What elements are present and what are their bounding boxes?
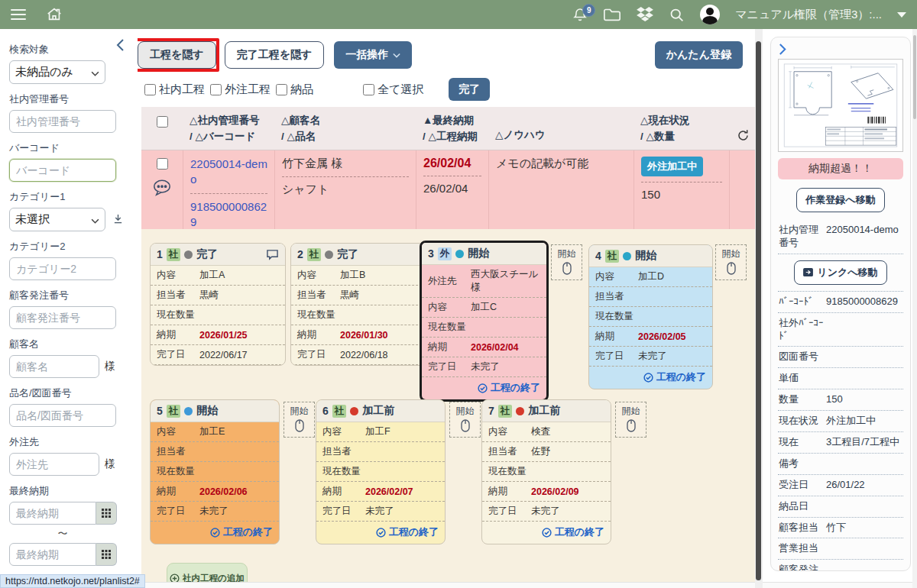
final-due-from-input[interactable] — [9, 502, 96, 525]
delivery-checkbox[interactable] — [276, 84, 287, 95]
start-process-dropzone[interactable]: 開始 — [449, 402, 481, 438]
start-process-dropzone[interactable]: 開始 — [615, 402, 646, 438]
detail-row: 現在3工程目/7工程中 — [778, 432, 903, 454]
comment-icon[interactable] — [266, 249, 279, 260]
external-process-checkbox[interactable] — [210, 84, 222, 95]
customer-suffix: 様 — [105, 360, 115, 373]
user-menu-caret-icon[interactable] — [897, 12, 906, 18]
barcode-label: バーコード — [9, 141, 130, 155]
process-type-badge: 社 — [307, 248, 322, 261]
end-process-link[interactable]: 工程の終了 — [422, 377, 546, 399]
collapse-sidebar-icon[interactable] — [115, 38, 125, 55]
category1-label: カテゴリー1 — [9, 190, 130, 204]
hide-completed-button[interactable]: 完了工程を隠す — [225, 41, 325, 69]
select-all-label: 全て選択 — [377, 82, 423, 97]
process-card-6[interactable]: 6社加工前 内容加工F 担当者 現在数量 納期2026/02/07 完了日未完了… — [316, 399, 446, 544]
process-card-7[interactable]: 7社加工前 内容検査 担当者佐野 現在数量 納期2026/02/09 完了日未完… — [481, 399, 611, 544]
status-dot — [455, 250, 464, 258]
work-register-button[interactable]: 作業登録へ移動 — [796, 188, 884, 212]
barcode-input[interactable] — [9, 159, 116, 182]
scrollbar-thumb[interactable] — [913, 35, 916, 119]
process-filter-row: 社内工程 外注工程 納品 全て選択 完了 — [144, 78, 490, 101]
complete-button[interactable]: 完了 — [449, 78, 490, 101]
check-circle-icon — [643, 373, 653, 383]
detail-row: 数量150 — [778, 389, 903, 411]
status-dot — [184, 407, 193, 415]
top-navigation-bar: 9 マニュアル権限（管理3）:... — [0, 0, 917, 29]
category2-input[interactable] — [9, 257, 116, 280]
main-vertical-scrollbar[interactable] — [755, 29, 763, 588]
chevron-down-icon — [91, 213, 99, 226]
easy-register-button[interactable]: かんたん登録 — [655, 41, 743, 69]
add-internal-process-button[interactable]: 社内工程の追加 — [167, 563, 248, 582]
detail-row: 社外ﾊﾞｰｺｰﾄﾞ — [778, 313, 903, 347]
delivery-label: 納品 — [290, 82, 313, 97]
mouse-icon — [562, 262, 572, 275]
search-icon[interactable] — [669, 7, 685, 23]
process-card-2[interactable]: 2社完了 内容加工B 担当者黒崎 現在数量 納期2026/01/30 完了日20… — [290, 243, 426, 366]
header-internal-no[interactable]: △社内管理番号/ △バーコード — [183, 107, 275, 150]
user-role-label: マニュアル権限（管理3）:... — [735, 8, 882, 22]
internal-no-input[interactable] — [9, 110, 116, 133]
search-target-select[interactable]: 未納品のみ — [9, 60, 105, 84]
row-comment-icon[interactable] — [152, 179, 172, 199]
header-status[interactable]: △現在状況/ △数量 — [634, 107, 730, 150]
row-select-checkbox[interactable] — [157, 158, 168, 170]
notifications-bell-icon[interactable]: 9 — [572, 7, 588, 23]
process-number: 2 — [297, 248, 303, 260]
customer-name-input[interactable] — [9, 355, 99, 378]
final-due-label: 最終納期 — [9, 484, 130, 498]
select-all-checkbox[interactable] — [363, 84, 374, 95]
header-due[interactable]: ▲最終納期/ △工程納期 — [416, 107, 489, 150]
end-process-link[interactable]: 工程の終了 — [316, 522, 445, 544]
detail-side-panel: 納期超過！！ 作業登録へ移動 社内管理番号 22050014-demo リンクへ… — [769, 29, 912, 588]
page-vertical-scrollbar[interactable] — [912, 29, 917, 588]
header-customer[interactable]: △顧客名/ △品名 — [275, 107, 416, 150]
end-process-link[interactable]: 工程の終了 — [589, 367, 712, 389]
refresh-icon[interactable] — [730, 107, 757, 150]
end-process-link[interactable]: 工程の終了 — [151, 522, 279, 544]
header-select-checkbox[interactable] — [157, 116, 168, 128]
process-card-4[interactable]: 4社開始 内容加工D 担当者 現在数量 納期2026/02/05 完了日未完了 … — [588, 244, 713, 389]
detail-row: 受注日26/01/22 — [778, 475, 903, 496]
header-knowhow[interactable]: △ノウハウ — [489, 107, 634, 150]
start-process-dropzone[interactable]: 開始 — [715, 244, 747, 280]
bulk-action-button[interactable]: 一括操作 — [334, 41, 412, 69]
horizontal-scrollbar-track[interactable] — [141, 582, 912, 588]
final-due-to-input[interactable] — [9, 543, 96, 566]
detail-row-internal-no: 社内管理番号 22050014-demo — [778, 220, 903, 254]
category1-select[interactable]: 未選択 — [9, 208, 105, 231]
internal-process-checkbox[interactable] — [144, 84, 156, 95]
process-number: 1 — [157, 248, 163, 260]
expand-panel-icon[interactable] — [778, 43, 788, 56]
start-process-dropzone[interactable]: 開始 — [551, 244, 582, 280]
process-card-3-selected[interactable]: 3外開始 外注先西大阪スチール様 内容加工C 現在数量 納期2026/02/04… — [420, 241, 549, 402]
overdue-alert-badge: 納期超過！！ — [778, 158, 903, 179]
detail-row: 営業担当 — [778, 538, 903, 560]
start-process-dropzone[interactable]: 開始 — [284, 402, 315, 438]
user-avatar[interactable] — [700, 5, 720, 24]
dropbox-icon[interactable] — [637, 7, 653, 22]
hide-process-button[interactable]: 工程を隠す — [138, 41, 216, 69]
folder-icon[interactable] — [603, 7, 621, 22]
home-icon[interactable] — [46, 6, 63, 23]
item-name-input[interactable] — [9, 404, 116, 427]
process-card-5[interactable]: 5社開始 内容加工E 担当者 現在数量 納期2026/02/06 完了日未完了 … — [150, 399, 280, 544]
status-dot — [516, 407, 524, 415]
status-dot — [325, 250, 333, 259]
barcode-link[interactable]: 9185000008629 — [190, 200, 267, 228]
calendar-icon[interactable] — [96, 543, 117, 566]
menu-icon[interactable] — [11, 9, 26, 20]
internal-no-link[interactable]: 22050014-demo — [190, 157, 267, 186]
order-row[interactable]: 22050014-demo 9185000008629 竹下金属 様 シャフト … — [141, 150, 757, 236]
expand-categories-icon[interactable] — [113, 213, 123, 227]
customer-order-input[interactable] — [9, 306, 116, 329]
calendar-icon[interactable] — [96, 502, 117, 525]
end-process-link[interactable]: 工程の終了 — [482, 522, 611, 544]
process-card-1[interactable]: 1社完了 内容加工A 担当者黒崎 現在数量 納期2026/01/25 完了日20… — [150, 243, 286, 366]
link-move-button[interactable]: リンクへ移動 — [794, 260, 886, 285]
subcontractor-input[interactable] — [9, 453, 99, 476]
scrollbar-thumb[interactable] — [756, 41, 761, 580]
check-circle-icon — [210, 528, 220, 538]
drawing-thumbnail[interactable] — [778, 59, 903, 152]
